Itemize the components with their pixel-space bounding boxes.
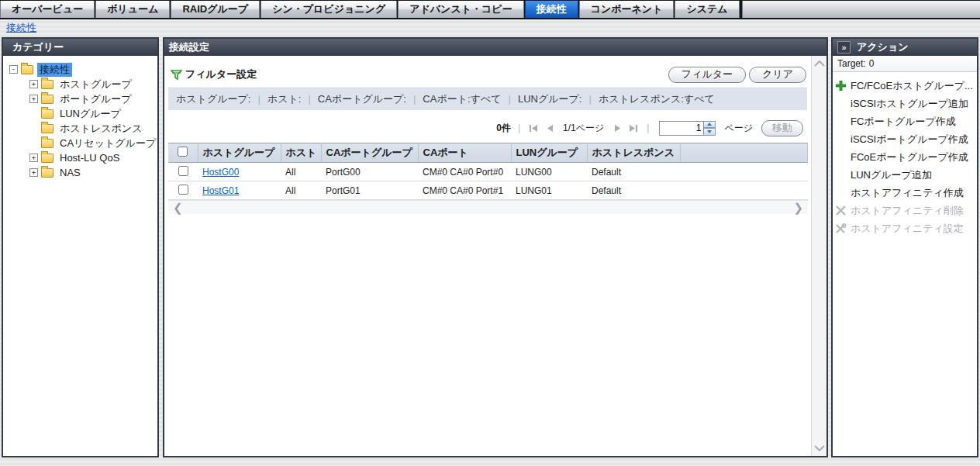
last-page-icon[interactable] [627, 122, 640, 134]
tree-node-port-group[interactable]: + ポートグループ [9, 91, 154, 106]
scroll-down-icon[interactable] [814, 445, 825, 451]
cell-lun-group: LUNG01 [511, 181, 587, 200]
row-checkbox[interactable] [178, 185, 188, 195]
col-lun-group: LUNグループ [511, 143, 587, 163]
tab-overview[interactable]: オーバービュー [0, 1, 95, 18]
page-info: 1/1ページ [563, 122, 604, 135]
action-panel-title: アクション [857, 40, 909, 54]
col-host-group: ホストグループ [198, 143, 281, 163]
action-add-lun-group[interactable]: LUNグループ追加 [833, 166, 977, 184]
tree-node-host-group[interactable]: + ホストグループ [9, 77, 154, 91]
spinner-up-icon[interactable] [704, 121, 716, 129]
breadcrumb-connectivity-link[interactable]: 接続性 [6, 21, 36, 35]
tab-advanced-copy[interactable]: アドバンスト・コピー [398, 1, 523, 18]
host-group-link[interactable]: HostG00 [202, 167, 239, 178]
select-all-checkbox[interactable] [178, 147, 188, 157]
action-label: iSCSIホストグループ追加 [851, 97, 968, 111]
tree-node-nas[interactable]: + NAS [9, 165, 154, 180]
action-delete-host-affinity: ホストアフィニティ削除 [833, 202, 977, 219]
scroll-left-icon[interactable]: ❮ [173, 202, 183, 213]
col-ca-port-group: CAポートグループ [321, 143, 418, 163]
host-group-link[interactable]: HostG01 [202, 185, 239, 196]
tab-raid-group[interactable]: RAIDグループ [171, 1, 260, 18]
tab-bar-filler [742, 1, 980, 18]
collapse-toggle-icon[interactable]: - [9, 65, 18, 74]
action-create-host-affinity[interactable]: ホストアフィニティ作成 [833, 184, 977, 202]
prev-page-icon[interactable] [543, 122, 556, 134]
action-create-iscsi-port-group[interactable]: iSCSIポートグループ作成 [833, 130, 977, 148]
tab-component[interactable]: コンポーネント [579, 1, 675, 18]
tree-node-label: ホストレスポンス [57, 122, 144, 136]
col-ca-port: CAポート [418, 143, 511, 163]
action-label: FCoEポートグループ作成 [851, 150, 968, 164]
cell-host: All [281, 181, 321, 200]
clear-button[interactable]: クリア [749, 67, 806, 83]
spinner-down-icon[interactable] [704, 128, 716, 136]
action-add-fc-fcoe-host-group[interactable]: FC/FCoEホストグループ... [833, 77, 977, 95]
tree-node-ca-reset-group[interactable]: CAリセットグループ [9, 136, 154, 150]
action-create-fc-port-group[interactable]: FCポートグループ作成 [833, 112, 977, 130]
tree-node-lun-group[interactable]: LUNグループ [9, 106, 154, 121]
scroll-right-icon[interactable]: ❯ [793, 202, 803, 213]
target-bar: Target: 0 [833, 56, 977, 72]
tree-node-label: ホストグループ [57, 78, 134, 91]
table-horizontal-scrollbar[interactable]: ❮ ❯ [168, 200, 808, 214]
action-label: FC/FCoEホストグループ... [851, 79, 973, 93]
cell-ca-port-group: PortG01 [321, 181, 418, 200]
folder-icon [41, 80, 53, 89]
category-panel-title: カテゴリー [3, 39, 157, 56]
cell-host-response: Default [587, 163, 680, 181]
filter-summary-ca-port-group: CAポートグループ: [318, 92, 406, 106]
filter-button[interactable]: フィルター [668, 67, 746, 83]
action-create-fcoe-port-group[interactable]: FCoEポートグループ作成 [833, 148, 977, 166]
folder-icon [41, 154, 53, 163]
pagination-bar: 0件 | 1/1ページ | ページ [164, 119, 803, 136]
tree-node-label: LUNグループ [57, 107, 123, 121]
expand-toggle-icon[interactable]: + [29, 95, 38, 103]
tab-volume[interactable]: ボリューム [95, 1, 170, 18]
table-row: HostG00 All PortG00 CM#0 CA#0 Port#0 LUN… [168, 163, 808, 181]
cell-ca-port: CM#0 CA#0 Port#1 [418, 181, 511, 200]
connection-settings-panel: 接続設定 フィルター設定 フィルター クリア ホストグループ:| ホスト:| C… [163, 37, 828, 457]
tab-connectivity[interactable]: 接続性 [525, 1, 578, 18]
folder-icon [21, 65, 33, 74]
panel-collapse-icon[interactable]: » [837, 41, 851, 54]
folder-icon [41, 109, 53, 119]
filter-summary-lun-group: LUNグループ: [518, 92, 582, 106]
breadcrumb: 接続性 [0, 19, 980, 36]
action-add-iscsi-host-group[interactable]: iSCSIホストグループ追加 [833, 95, 977, 112]
action-label: FCポートグループ作成 [851, 115, 956, 129]
folder-icon [41, 95, 53, 104]
record-count: 0件 [496, 122, 511, 135]
action-label: ホストアフィニティ設定 [851, 222, 964, 236]
tree-node-label: CAリセットグループ [57, 136, 158, 150]
action-list: FC/FCoEホストグループ... iSCSIホストグループ追加 FCポートグル… [833, 72, 977, 237]
tree-node-host-lu-qos[interactable]: + Host-LU QoS [9, 150, 154, 165]
expand-toggle-icon[interactable]: + [29, 168, 38, 177]
expand-toggle-icon[interactable]: + [29, 80, 38, 88]
row-checkbox[interactable] [178, 166, 188, 176]
page-number-input[interactable] [659, 121, 704, 136]
tab-system[interactable]: システム [675, 1, 739, 18]
first-page-icon[interactable] [527, 122, 540, 134]
cell-ca-port: CM#0 CA#0 Port#0 [418, 163, 511, 181]
page-unit-label: ページ [724, 122, 753, 135]
action-panel-header: » アクション [833, 39, 977, 56]
tree-node-host-response[interactable]: ホストレスポンス [9, 121, 154, 136]
scroll-up-icon[interactable] [814, 60, 825, 67]
filter-icon [171, 69, 182, 81]
cell-ca-port-group: PortG00 [321, 163, 418, 181]
next-page-icon[interactable] [611, 122, 623, 134]
action-label: iSCSIポートグループ作成 [851, 133, 968, 147]
folder-icon [41, 139, 53, 148]
tree-node-connectivity[interactable]: - 接続性 [9, 62, 154, 77]
table-header-row: ホストグループ ホスト CAポートグループ CAポート LUNグループ ホストレ… [168, 143, 808, 163]
col-empty [680, 143, 808, 163]
main-tab-bar: オーバービュー ボリューム RAIDグループ シン・プロビジョニング アドバンス… [0, 0, 980, 19]
go-button[interactable]: 移動 [761, 120, 803, 136]
tab-thin-provisioning[interactable]: シン・プロビジョニング [261, 1, 397, 18]
main-vertical-scrollbar[interactable] [811, 56, 826, 456]
expand-toggle-icon[interactable]: + [29, 154, 38, 162]
connection-settings-body: フィルター設定 フィルター クリア ホストグループ:| ホスト:| CAポートグ… [164, 56, 811, 456]
action-panel: » アクション Target: 0 FC/FCoEホストグループ... iSCS… [831, 37, 978, 457]
